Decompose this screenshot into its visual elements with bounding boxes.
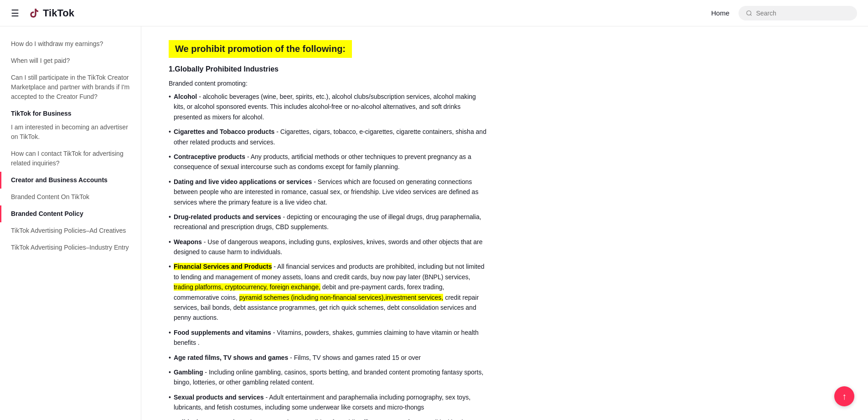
logo[interactable]: TikTok (26, 6, 74, 20)
highlight-text: pyramid schemes (including non-financial… (239, 294, 443, 301)
sidebar-item-advertiser[interactable]: I am interested in becoming an advertise… (0, 119, 141, 145)
policy-term: Financial Services and Products (174, 263, 272, 270)
sidebar-item-participate[interactable]: Can I still participate in the TikTok Cr… (0, 69, 141, 105)
header: ☰ TikTok Home (0, 0, 868, 26)
bullet-icon: • (169, 177, 171, 207)
globally-prohibited-title: 1.Globally Prohibited Industries (169, 65, 488, 73)
sidebar-section-business: TikTok for Business (0, 105, 141, 119)
menu-icon[interactable]: ☰ (11, 8, 19, 19)
list-item: • Contraceptive products - Any products,… (169, 152, 488, 172)
search-input[interactable] (756, 10, 850, 17)
bullet-icon: • (169, 237, 171, 257)
policy-term: Cigarettes and Tobacco products (174, 128, 274, 135)
list-item: • Sexual products and services - Adult e… (169, 392, 488, 413)
policy-term: Political content (174, 419, 223, 420)
prohibit-heading: We prohibit promotion of the following: (175, 44, 346, 54)
sidebar-item-advertising-inquiries[interactable]: How can I contact TikTok for advertising… (0, 145, 141, 172)
policy-term: Dating and live video applications or se… (174, 178, 312, 185)
sidebar-item-branded-content-policy[interactable]: Branded Content Policy (0, 205, 141, 222)
list-item: • Drug-related products and services - d… (169, 212, 488, 232)
svg-rect-0 (26, 6, 41, 20)
sidebar-item-advertising-industry[interactable]: TikTok Advertising Policies–Industry Ent… (0, 239, 141, 256)
bullet-icon: • (169, 152, 171, 172)
sidebar: How do I withdraw my earnings? When will… (0, 26, 141, 420)
policy-term: Drug-related products and services (174, 213, 281, 220)
list-item: • Age rated films, TV shows and games - … (169, 353, 488, 363)
highlight-term: Financial Services and Products (174, 263, 272, 270)
search-bar[interactable] (739, 6, 857, 20)
svg-point-1 (747, 10, 751, 15)
policy-term: Sexual products and services (174, 394, 264, 401)
sidebar-item-withdraw[interactable]: How do I withdraw my earnings? (0, 36, 141, 52)
list-item: • Weapons - Use of dangerous weapons, in… (169, 237, 488, 257)
home-link[interactable]: Home (711, 9, 729, 17)
svg-line-2 (750, 14, 752, 15)
prohibit-heading-box: We prohibit promotion of the following: (169, 40, 352, 58)
policy-term: Food supplements and vitamins (174, 329, 271, 336)
bullet-icon: • (169, 127, 171, 147)
scroll-top-button[interactable]: ↑ (834, 386, 854, 406)
sidebar-item-paid[interactable]: When will I get paid? (0, 52, 141, 69)
list-item: • Alcohol - alcoholic beverages (wine, b… (169, 92, 488, 122)
sidebar-item-advertising-creatives[interactable]: TikTok Advertising Policies–Ad Creatives (0, 222, 141, 239)
highlight-text: trading platforms, cryptocurrency, forei… (174, 283, 320, 291)
bullet-icon: • (169, 92, 171, 122)
list-item: • Political content- referencing, or opp… (169, 417, 488, 420)
search-icon (746, 10, 752, 17)
bullet-icon: • (169, 392, 171, 413)
policy-term: Weapons (174, 238, 202, 246)
policy-term: Contraceptive products (174, 153, 245, 160)
bullet-icon: • (169, 328, 171, 348)
policy-term: Age rated films, TV shows and games (174, 354, 288, 361)
main-content: We prohibit promotion of the following: … (141, 26, 552, 420)
list-item: • Dating and live video applications or … (169, 177, 488, 207)
bullet-icon: • (169, 353, 171, 363)
list-item: • Food supplements and vitamins - Vitami… (169, 328, 488, 348)
sidebar-item-branded-content-tiktok[interactable]: Branded Content On TikTok (0, 189, 141, 205)
policy-term: Alcohol (174, 93, 197, 100)
tiktok-logo-icon (26, 6, 41, 20)
bullet-icon: • (169, 417, 171, 420)
article: We prohibit promotion of the following: … (169, 40, 488, 420)
bullet-icon: • (169, 261, 171, 323)
list-item: • Gambling - Including online gambling, … (169, 367, 488, 388)
bullet-icon: • (169, 212, 171, 232)
logo-text: TikTok (43, 7, 74, 19)
bullet-icon: • (169, 367, 171, 388)
list-item: • Financial Services and Products - All … (169, 261, 488, 323)
policy-term: Gambling (174, 369, 203, 376)
page-layout: How do I withdraw my earnings? When will… (0, 26, 868, 420)
sidebar-section-creator-business[interactable]: Creator and Business Accounts (0, 172, 141, 189)
list-item: • Cigarettes and Tobacco products - Ciga… (169, 127, 488, 147)
branded-content-label: Branded content promoting: (169, 80, 488, 87)
